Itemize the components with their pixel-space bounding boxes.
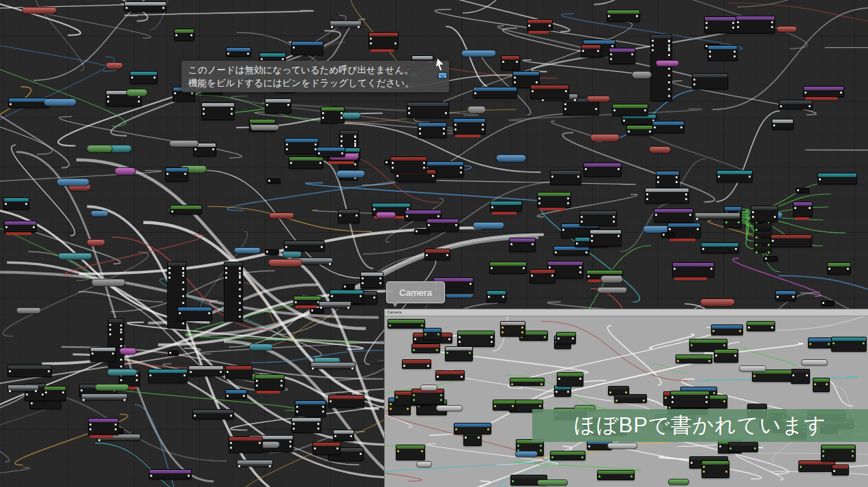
pin[interactable] bbox=[774, 216, 776, 218]
graph-node[interactable] bbox=[626, 125, 654, 135]
pin[interactable] bbox=[536, 81, 538, 83]
pin[interactable] bbox=[713, 392, 715, 394]
pin[interactable] bbox=[689, 214, 691, 216]
pin[interactable] bbox=[510, 243, 512, 245]
graph-node[interactable] bbox=[267, 178, 280, 184]
graph-node[interactable] bbox=[174, 29, 194, 41]
pin[interactable] bbox=[863, 342, 865, 344]
graph-node[interactable] bbox=[798, 460, 835, 472]
graph-node[interactable] bbox=[424, 249, 450, 260]
pin[interactable] bbox=[847, 268, 849, 270]
graph-node[interactable] bbox=[192, 409, 234, 420]
graph-node[interactable] bbox=[411, 344, 440, 353]
pin[interactable] bbox=[732, 27, 734, 29]
graph-node[interactable] bbox=[255, 374, 285, 391]
variable-pill-node[interactable] bbox=[283, 251, 302, 258]
pin[interactable] bbox=[414, 338, 416, 340]
graph-node[interactable] bbox=[701, 242, 739, 253]
pin[interactable] bbox=[396, 175, 399, 177]
graph-node[interactable] bbox=[330, 20, 362, 27]
graph-node[interactable] bbox=[754, 223, 772, 230]
pin[interactable] bbox=[595, 108, 597, 110]
pin[interactable] bbox=[191, 92, 193, 94]
pin[interactable] bbox=[358, 26, 360, 28]
pin[interactable] bbox=[482, 124, 484, 126]
pin[interactable] bbox=[25, 203, 27, 205]
pin[interactable] bbox=[613, 216, 615, 218]
pin[interactable] bbox=[319, 162, 321, 164]
pin[interactable] bbox=[806, 374, 808, 376]
graph-node[interactable] bbox=[148, 369, 188, 383]
variable-pill-node[interactable] bbox=[269, 212, 295, 219]
pin[interactable] bbox=[321, 246, 323, 248]
pin[interactable] bbox=[341, 135, 343, 137]
variable-pill-node[interactable] bbox=[632, 71, 652, 79]
variable-pill-node[interactable] bbox=[777, 26, 798, 32]
pin[interactable] bbox=[445, 112, 447, 114]
pin[interactable] bbox=[677, 360, 679, 362]
pin[interactable] bbox=[31, 402, 33, 404]
pin[interactable] bbox=[362, 282, 364, 284]
pin[interactable] bbox=[579, 266, 581, 268]
pin[interactable] bbox=[115, 423, 117, 426]
pin[interactable] bbox=[809, 207, 811, 209]
pin[interactable] bbox=[136, 379, 138, 381]
graph-node[interactable] bbox=[557, 372, 583, 387]
pin[interactable] bbox=[710, 268, 712, 270]
pin[interactable] bbox=[469, 283, 472, 285]
graph-node[interactable] bbox=[764, 256, 777, 262]
pin[interactable] bbox=[771, 21, 773, 23]
pin[interactable] bbox=[230, 442, 232, 444]
variable-pill-node[interactable] bbox=[537, 479, 568, 486]
pin[interactable] bbox=[169, 272, 171, 274]
variable-pill-node[interactable] bbox=[601, 275, 623, 283]
pin[interactable] bbox=[597, 50, 599, 52]
graph-node[interactable] bbox=[581, 44, 601, 57]
graph-node[interactable] bbox=[390, 156, 427, 173]
pin[interactable] bbox=[706, 27, 708, 29]
variable-pill-node[interactable] bbox=[249, 344, 273, 350]
pin[interactable] bbox=[718, 176, 720, 178]
pin[interactable] bbox=[317, 423, 319, 425]
pin[interactable] bbox=[440, 399, 442, 401]
variable-pill-node[interactable] bbox=[467, 106, 486, 113]
pin[interactable] bbox=[474, 92, 476, 94]
pin[interactable] bbox=[610, 53, 612, 55]
pin[interactable] bbox=[588, 445, 590, 447]
graph-node[interactable] bbox=[149, 469, 192, 479]
graph-node[interactable] bbox=[407, 102, 449, 118]
variable-pill-node[interactable] bbox=[700, 298, 735, 305]
graph-node[interactable] bbox=[317, 147, 345, 157]
pin[interactable] bbox=[752, 211, 754, 213]
pin[interactable] bbox=[562, 229, 564, 231]
pin[interactable] bbox=[269, 465, 271, 467]
pin[interactable] bbox=[150, 475, 152, 477]
pin[interactable] bbox=[437, 376, 439, 378]
pin[interactable] bbox=[558, 337, 560, 339]
variable-pill-node[interactable] bbox=[436, 405, 462, 411]
pin[interactable] bbox=[239, 295, 241, 297]
graph-node[interactable] bbox=[454, 423, 491, 434]
variable-pill-node[interactable] bbox=[515, 451, 538, 457]
variable-pill-node[interactable] bbox=[590, 134, 620, 141]
pin[interactable] bbox=[591, 240, 593, 242]
pin[interactable] bbox=[413, 394, 415, 396]
pin[interactable] bbox=[423, 167, 425, 169]
pin[interactable] bbox=[331, 295, 333, 297]
graph-node[interactable] bbox=[772, 119, 794, 129]
graph-node[interactable] bbox=[661, 232, 675, 238]
graph-node[interactable] bbox=[224, 262, 243, 322]
graph-node[interactable] bbox=[590, 229, 621, 246]
graph-node[interactable] bbox=[701, 460, 729, 478]
pin[interactable] bbox=[551, 456, 553, 458]
pin[interactable] bbox=[567, 202, 569, 204]
pin[interactable] bbox=[734, 354, 736, 357]
pin[interactable] bbox=[676, 181, 678, 183]
pin[interactable] bbox=[734, 51, 736, 53]
pin[interactable] bbox=[544, 336, 546, 338]
graph-node[interactable] bbox=[226, 47, 252, 57]
pin[interactable] bbox=[732, 22, 734, 24]
pin[interactable] bbox=[454, 128, 457, 130]
pin[interactable] bbox=[549, 266, 551, 268]
pin[interactable] bbox=[478, 436, 480, 439]
